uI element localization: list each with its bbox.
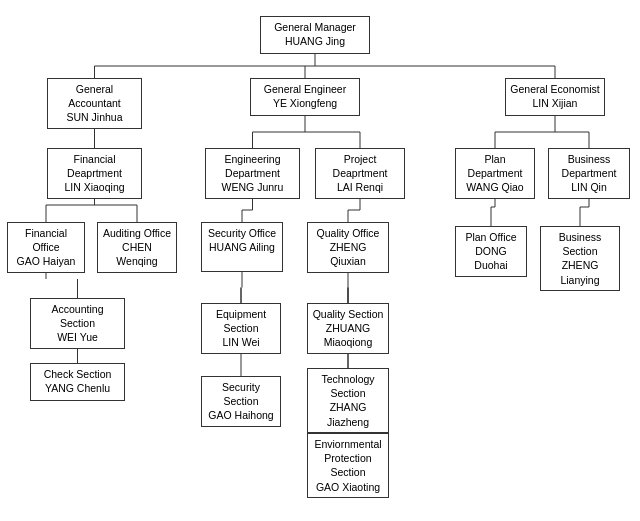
node-title: Equipment Section — [216, 308, 266, 334]
node-title: General Economist — [510, 83, 599, 95]
node-name: LIN Qin — [571, 181, 607, 193]
org-node-bss: Business SectionZHENG Lianying — [540, 226, 620, 291]
node-name: WANG Qiao — [466, 181, 523, 193]
node-title: Financial Deaprtment — [67, 153, 122, 179]
org-node-eps: Enviornmental Protection SectionGAO Xiao… — [307, 433, 389, 498]
org-node-ed: Engineering DepartmentWENG Junru — [205, 148, 300, 199]
node-name: DONG Duohai — [474, 245, 507, 271]
node-name: GAO Xiaoting — [316, 481, 380, 493]
org-node-geo: General EconomistLIN Xijian — [505, 78, 605, 116]
node-name: LAI Renqi — [337, 181, 383, 193]
node-name: LIN Wei — [222, 336, 259, 348]
org-node-cks: Check SectionYANG Chenlu — [30, 363, 125, 401]
org-chart: General ManagerHUANG JingGeneral Account… — [0, 0, 640, 506]
node-name: HUANG Jing — [285, 35, 345, 47]
org-node-accs: Accounting SectionWEI Yue — [30, 298, 125, 349]
node-name: ZHENG Lianying — [560, 259, 599, 285]
org-node-ts: Technology SectionZHANG Jiazheng — [307, 368, 389, 433]
node-name: GAO Haiyan — [17, 255, 76, 267]
org-node-ga: General AccountantSUN Jinhua — [47, 78, 142, 129]
node-name: YE Xiongfeng — [273, 97, 337, 109]
node-title: Project Deaprtment — [333, 153, 388, 179]
node-name: WENG Junru — [222, 181, 284, 193]
node-title: General Accountant — [68, 83, 121, 109]
org-node-qs: Quality SectionZHUANG Miaoqiong — [307, 303, 389, 354]
node-title: Auditing Office — [103, 227, 171, 239]
org-node-eqs: Equipment SectionLIN Wei — [201, 303, 281, 354]
node-title: Security Section — [222, 381, 260, 407]
org-node-gm: General ManagerHUANG Jing — [260, 16, 370, 54]
node-title: Quality Office — [317, 227, 380, 239]
node-title: Quality Section — [313, 308, 384, 320]
node-name: ZHUANG Miaoqiong — [324, 322, 372, 348]
node-title: Technology Section — [321, 373, 374, 399]
org-node-bsd: Business DepartmentLIN Qin — [548, 148, 630, 199]
node-name: WEI Yue — [57, 331, 98, 343]
org-node-so: Security OfficeHUANG Ailing — [201, 222, 283, 272]
node-title: Business Section — [559, 231, 602, 257]
org-node-ge: General EngineerYE Xiongfeng — [250, 78, 360, 116]
node-name: GAO Haihong — [208, 409, 273, 421]
org-node-ao: Auditing OfficeCHEN Wenqing — [97, 222, 177, 273]
org-node-pd: Project DeaprtmentLAI Renqi — [315, 148, 405, 199]
org-node-qo: Quality OfficeZHENG Qiuxian — [307, 222, 389, 273]
org-node-pland: Plan DepartmentWANG Qiao — [455, 148, 535, 199]
org-node-plano: Plan OfficeDONG Duohai — [455, 226, 527, 277]
node-name: HUANG Ailing — [209, 241, 275, 253]
node-name: SUN Jinhua — [66, 111, 122, 123]
node-title: Plan Office — [465, 231, 516, 243]
org-node-fo: Financial OfficeGAO Haiyan — [7, 222, 85, 273]
node-name: YANG Chenlu — [45, 382, 110, 394]
org-node-fd: Financial DeaprtmentLIN Xiaoqing — [47, 148, 142, 199]
org-node-secsec: Security SectionGAO Haihong — [201, 376, 281, 427]
node-title: Business Department — [562, 153, 617, 179]
node-title: Engineering Department — [224, 153, 280, 179]
node-name: LIN Xijian — [533, 97, 578, 109]
node-title: General Engineer — [264, 83, 346, 95]
node-title: Financial Office — [25, 227, 67, 253]
node-title: Accounting Section — [52, 303, 104, 329]
node-title: Enviornmental Protection Section — [314, 438, 381, 478]
node-name: LIN Xiaoqing — [64, 181, 124, 193]
node-title: Security Office — [208, 227, 276, 239]
node-title: Check Section — [44, 368, 112, 380]
node-title: Plan Department — [468, 153, 523, 179]
node-title: General Manager — [274, 21, 356, 33]
node-name: CHEN Wenqing — [116, 241, 157, 267]
node-name: ZHENG Qiuxian — [330, 241, 367, 267]
node-name: ZHANG Jiazheng — [327, 401, 369, 427]
